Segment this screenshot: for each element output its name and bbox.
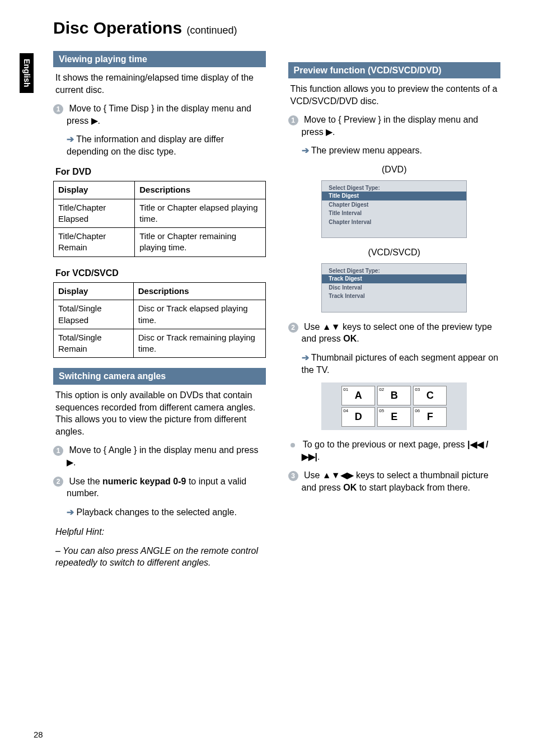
- thumbnail: 01A: [341, 386, 375, 405]
- result-arrow-icon: ➔: [302, 353, 309, 362]
- thumb-label: D: [355, 410, 362, 423]
- section-camera-angles: Switching camera angles: [53, 368, 266, 385]
- page-title: Disc Operations (continued): [53, 17, 500, 40]
- table-cell: Total/Single Remain: [54, 329, 134, 358]
- bullet-text-a: To go to the previous or next page, pres…: [303, 440, 467, 449]
- menu1-item-selected: Title Digest: [322, 192, 466, 200]
- camera-step2-b: numeric keypad 0-9: [102, 477, 186, 486]
- preview-result2: ➔ Thumbnail pictures of each segment app…: [288, 352, 501, 376]
- bullet-icon: [291, 443, 295, 447]
- camera-result: ➔ Playback changes to the selected angle…: [53, 506, 266, 519]
- vcd-label: (VCD/SVCD): [288, 246, 501, 259]
- menu1-item: Chapter Digest: [322, 200, 466, 209]
- camera-step2: 2 Use the numeric keypad 0-9 to input a …: [53, 475, 266, 500]
- preview-step1: 1 Move to { Preview } in the display men…: [288, 114, 501, 138]
- th-descriptions: Descriptions: [133, 283, 265, 300]
- thumb-num: 01: [343, 387, 348, 393]
- result-arrow-icon: ➔: [67, 507, 74, 517]
- camera-step1: 1 Move to { Angle } in the display menu …: [53, 444, 266, 468]
- preview-result2-text: Thumbnail pictures of each segment appea…: [302, 353, 499, 375]
- camera-intro: This option is only available on DVDs th…: [53, 389, 266, 437]
- up-down-icon: ▲▼: [322, 322, 340, 332]
- thumbnail: 06F: [413, 407, 447, 427]
- language-tab: English: [20, 53, 34, 93]
- viewing-time-result: ➔ The information and display are differ…: [53, 133, 266, 157]
- preview-bullet: To go to the previous or next page, pres…: [288, 438, 501, 463]
- table-cell: Title/Chapter Elapsed: [54, 199, 135, 228]
- camera-step1-a: Move to { Angle } in the display menu an…: [69, 445, 258, 455]
- play-icon: ▶: [326, 127, 332, 137]
- vcd-preview-menu: Select Digest Type: Track Digest Disc In…: [321, 263, 467, 312]
- bullet-text-b: .: [317, 452, 320, 461]
- dvd-preview-menu: Select Digest Type: Title Digest Chapter…: [321, 180, 467, 239]
- preview-result1-text: The preview menu appears.: [311, 146, 422, 155]
- step-2-icon: 2: [288, 323, 298, 333]
- dvd-table: Display Descriptions Title/Chapter Elaps…: [53, 181, 266, 256]
- result-arrow-icon: ➔: [302, 146, 309, 155]
- thumbnail: 03C: [413, 386, 447, 405]
- section-viewing-time: Viewing playing time: [53, 51, 266, 68]
- preview-step3-a: Use: [304, 470, 322, 480]
- left-column: Viewing playing time It shows the remain…: [53, 51, 266, 576]
- thumbnail: 02B: [377, 386, 411, 405]
- result-arrow-icon: ➔: [67, 134, 74, 144]
- play-icon: ▶: [91, 116, 98, 125]
- menu1-item: Chapter Interval: [322, 218, 466, 227]
- ok-label: OK: [343, 483, 357, 492]
- thumbnail: 05E: [377, 407, 411, 427]
- thumbnail: 04D: [341, 407, 375, 427]
- vcd-table: Display Descriptions Total/Single Elapse…: [53, 282, 266, 358]
- dvd-label: (DVD): [288, 164, 501, 176]
- menu2-item: Disc Interval: [322, 283, 466, 292]
- preview-step2-a: Use: [304, 322, 322, 332]
- table-cell: Title/Chapter Remain: [54, 228, 135, 257]
- preview-step3-c: to start playback from there.: [357, 483, 470, 492]
- table-cell: Total/Single Elapsed: [54, 300, 134, 329]
- preview-step1-b: .: [332, 127, 335, 137]
- step-1-icon: 1: [288, 115, 298, 125]
- hint-head: Helpful Hint:: [53, 526, 266, 538]
- thumb-num: 02: [379, 387, 384, 393]
- table-cell: Title or Chapter elapsed playing time.: [135, 199, 265, 228]
- thumb-num: 06: [415, 408, 420, 414]
- preview-step3: 3 Use ▲▼◀▶ keys to select a thumbnail pi…: [288, 469, 501, 493]
- table-cell: Title or Chapter remaining playing time.: [135, 228, 265, 257]
- result-text: The information and display are differ d…: [67, 134, 224, 156]
- th-display: Display: [54, 283, 134, 300]
- step1-text-b: .: [98, 116, 100, 125]
- thumbnail-grid: 01A 02B 03C 04D 05E 06F: [321, 382, 467, 430]
- ok-label: OK: [343, 334, 357, 343]
- viewing-time-intro: It shows the remaining/elapsed time disp…: [53, 72, 266, 96]
- thumb-label: F: [427, 410, 433, 423]
- camera-step1-b: .: [73, 458, 76, 467]
- menu1-item: Title Interval: [322, 209, 466, 218]
- menu2-title: Select Digest Type:: [322, 267, 466, 275]
- right-column: Preview function (VCD/SVCD/DVD) This fun…: [288, 51, 501, 576]
- thumb-label: E: [391, 410, 397, 423]
- camera-step2-a: Use the: [69, 477, 102, 486]
- menu2-item: Track Interval: [322, 292, 466, 301]
- thumb-num: 04: [343, 408, 348, 414]
- dpad-icon: ▲▼◀▶: [322, 470, 354, 480]
- thumb-num: 05: [379, 408, 384, 414]
- th-descriptions: Descriptions: [135, 181, 265, 199]
- menu1-title: Select Digest Type:: [322, 184, 466, 192]
- thumb-label: C: [427, 389, 434, 402]
- thumb-num: 03: [415, 387, 420, 393]
- title-continued: (continued): [186, 25, 237, 36]
- title-main: Disc Operations: [53, 18, 182, 37]
- preview-step2: 2 Use ▲▼ keys to select one of the previ…: [288, 321, 501, 345]
- preview-result1: ➔ The preview menu appears.: [288, 144, 501, 157]
- table-cell: Disc or Track remaining playing time.: [133, 329, 265, 358]
- section-preview: Preview function (VCD/SVCD/DVD): [288, 62, 501, 79]
- for-dvd-heading: For DVD: [55, 166, 266, 178]
- step-2-icon: 2: [53, 477, 63, 487]
- preview-intro: This function allows you to preview the …: [288, 83, 501, 107]
- menu2-item-selected: Track Digest: [322, 274, 466, 283]
- camera-result-text: Playback changes to the selected angle.: [76, 507, 236, 517]
- viewing-time-step1: 1 Move to { Time Disp } in the display m…: [53, 102, 266, 127]
- table-cell: Disc or Track elapsed playing time.: [133, 300, 265, 329]
- step-1-icon: 1: [53, 446, 63, 456]
- step-3-icon: 3: [288, 471, 298, 481]
- page-number: 28: [34, 729, 43, 740]
